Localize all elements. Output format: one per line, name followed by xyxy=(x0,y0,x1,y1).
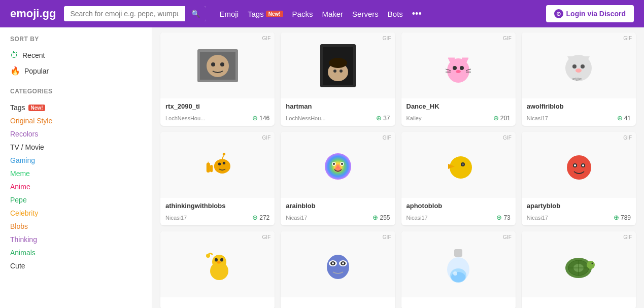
emoji-card-potion[interactable]: GIF xyxy=(401,231,516,308)
sidebar-item-gaming[interactable]: Gaming xyxy=(10,154,142,167)
nav-tags[interactable]: Tags New! xyxy=(248,10,283,18)
card-image-area: GIF xyxy=(522,132,636,198)
card-info: hartman xyxy=(281,98,395,114)
card-image-area: GIF ≈w≈ xyxy=(522,32,636,98)
card-title: arainblob xyxy=(286,202,316,210)
svg-point-29 xyxy=(222,162,225,164)
card-title: Dance_HK xyxy=(406,102,439,110)
emoji-image-turtle xyxy=(558,244,599,285)
search-input[interactable] xyxy=(64,6,185,21)
card-image-area: GIF xyxy=(160,32,275,98)
card-bottom xyxy=(281,305,395,308)
emoji-card-rainblob[interactable]: GIF xyxy=(281,132,395,225)
emoji-image-chick xyxy=(197,244,238,285)
card-count: ⊕ 272 xyxy=(252,214,269,221)
svg-point-48 xyxy=(574,164,576,166)
emoji-image-thinkblob xyxy=(197,145,238,185)
svg-point-24 xyxy=(581,64,585,69)
sidebar-item-thinking[interactable]: Thinking xyxy=(10,233,142,246)
sidebar-item-tags[interactable]: Tags New! xyxy=(10,101,142,114)
svg-point-52 xyxy=(215,258,218,261)
photoblob-svg xyxy=(440,146,476,184)
sidebar-item-celebrity[interactable]: Celebrity xyxy=(10,207,142,220)
card-author: Kailey xyxy=(406,115,422,121)
emoji-card-wolf[interactable]: GIF ≈w≈ awolfiriblob xyxy=(522,32,636,126)
header: emoji.gg 🔍 Emoji Tags New! Packs Maker S… xyxy=(0,0,644,27)
face-svg xyxy=(200,52,235,80)
nav-emoji[interactable]: Emoji xyxy=(219,10,239,18)
page-body: SORT BY ⏱ Recent 🔥 Popular CATEGORIES Ta… xyxy=(0,27,644,308)
turtle-svg xyxy=(558,247,599,282)
svg-point-74 xyxy=(592,263,593,264)
sidebar-item-cute[interactable]: Cute xyxy=(10,259,142,272)
svg-point-27 xyxy=(214,159,230,173)
emoji-card-thinkblob[interactable]: GIF xyxy=(160,132,275,225)
sidebar-item-blobs[interactable]: Blobs xyxy=(10,220,142,233)
svg-point-31 xyxy=(222,153,225,155)
wolfcat-svg: ≈w≈ xyxy=(558,45,599,86)
emoji-card-dance[interactable]: GIF xyxy=(401,32,516,126)
count-icon: ⊕ xyxy=(376,114,382,122)
rainblob-svg xyxy=(319,146,357,184)
card-count: ⊕ 41 xyxy=(617,114,631,122)
card-bottom: Nicasi17 ⊕ 73 xyxy=(401,214,516,225)
gif-badge: GIF xyxy=(383,135,391,141)
svg-rect-33 xyxy=(210,165,213,172)
svg-point-49 xyxy=(582,164,584,166)
card-bottom xyxy=(160,305,275,308)
sidebar-item-recolors[interactable]: Recolors xyxy=(10,127,142,141)
gif-badge: GIF xyxy=(503,234,512,240)
svg-rect-32 xyxy=(206,163,210,173)
emoji-card-alien[interactable]: GIF xyxy=(281,231,395,308)
card-bottom: Nicasi17 ⊕ 272 xyxy=(160,214,275,225)
svg-point-13 xyxy=(453,66,457,70)
svg-text:≈w≈: ≈w≈ xyxy=(572,76,582,82)
sidebar-item-anime[interactable]: Anime xyxy=(10,180,142,193)
emoji-card-photoblob[interactable]: GIF aphotoblob Nicasi xyxy=(401,132,516,225)
card-image-area: GIF xyxy=(281,231,395,297)
card-image-area: GIF xyxy=(281,32,395,98)
svg-point-62 xyxy=(342,262,344,264)
sort-popular[interactable]: 🔥 Popular xyxy=(10,63,142,79)
sidebar-item-original-style[interactable]: Original Style xyxy=(10,114,142,127)
sidebar-item-animals[interactable]: Animals xyxy=(10,246,142,259)
svg-point-61 xyxy=(332,262,334,264)
card-info xyxy=(522,297,636,305)
potion-svg xyxy=(443,244,473,285)
nav-more-dots[interactable]: ••• xyxy=(412,9,422,19)
emoji-card-hartman[interactable]: GIF hartman LochNessH xyxy=(281,32,395,126)
emoji-card-chick[interactable]: GIF xyxy=(160,231,275,308)
card-author: Nicasi17 xyxy=(527,215,548,221)
sort-recent[interactable]: ⏱ Recent xyxy=(10,48,142,63)
emoji-card-partyblob[interactable]: GIF apartyblob xyxy=(522,132,636,225)
card-info: athinkingwithblobs xyxy=(160,198,275,214)
card-info: rtx_2090_ti xyxy=(160,98,275,114)
search-button[interactable]: 🔍 xyxy=(185,6,206,21)
card-image-area: GIF xyxy=(281,132,395,198)
count-icon: ⊕ xyxy=(252,214,258,221)
tags-category-badge: New! xyxy=(28,105,46,111)
sidebar-item-pepe[interactable]: Pepe xyxy=(10,193,142,207)
login-button[interactable]: ⊙ Login via Discord xyxy=(546,5,634,22)
card-author: LochNessHou... xyxy=(286,115,325,121)
gif-badge: GIF xyxy=(262,234,271,240)
emoji-image-potion xyxy=(438,244,479,285)
card-image-area: GIF xyxy=(401,132,516,198)
emoji-card-turtle[interactable]: GIF xyxy=(522,231,636,308)
logo[interactable]: emoji.gg xyxy=(10,7,56,20)
card-count: ⊕ 146 xyxy=(252,114,269,122)
nav-links: Emoji Tags New! Packs Maker Servers Bots… xyxy=(219,9,421,19)
gif-badge: GIF xyxy=(623,234,632,240)
emoji-card-rtx[interactable]: GIF rtx_2090_ti LochN xyxy=(160,32,275,126)
card-info: awolfiriblob xyxy=(522,98,636,114)
sidebar-item-meme[interactable]: Meme xyxy=(10,167,142,180)
svg-point-45 xyxy=(567,155,591,180)
count-icon: ⊕ xyxy=(252,114,258,122)
nav-packs[interactable]: Packs xyxy=(292,10,313,18)
nav-maker[interactable]: Maker xyxy=(322,10,343,18)
nav-bots[interactable]: Bots xyxy=(388,10,403,18)
card-image-area: GIF xyxy=(401,231,516,297)
sidebar-item-tv-movie[interactable]: TV / Movie xyxy=(10,141,142,154)
svg-point-28 xyxy=(218,163,221,165)
nav-servers[interactable]: Servers xyxy=(352,10,379,18)
